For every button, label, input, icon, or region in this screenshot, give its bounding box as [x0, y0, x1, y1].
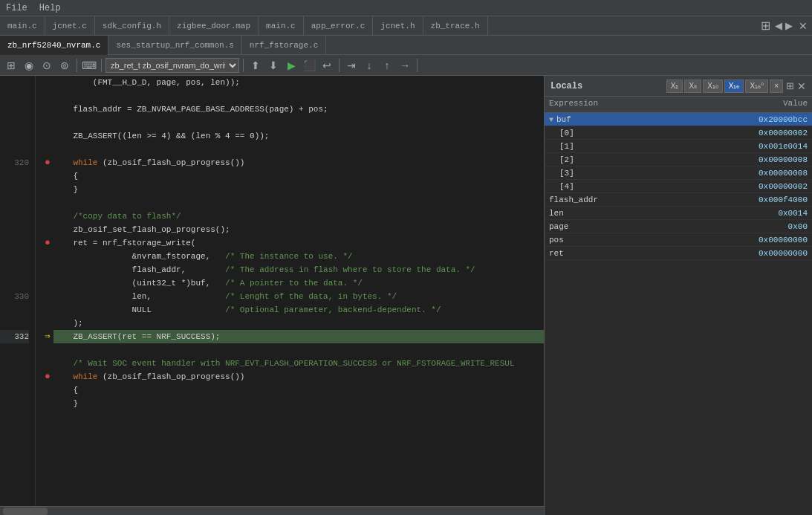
- stop-btn[interactable]: ⬛: [301, 57, 317, 74]
- tab-ses-startup[interactable]: ses_startup_nrf_common.s: [108, 36, 241, 55]
- code-toolbar: ⊞ ◉ ⊙ ⊚ ⌨ zb_ret_t zb_osif_nvram_do_writ…: [0, 55, 812, 76]
- tab-main-c-2[interactable]: main.c: [259, 16, 304, 36]
- menu-bar: File Help: [0, 0, 812, 16]
- tab-app-error[interactable]: app_error.c: [304, 16, 374, 36]
- code-editor: 320 330 332: [0, 76, 545, 515]
- locals-maximize[interactable]: ⊞: [785, 79, 796, 93]
- function-select[interactable]: zb_ret_t zb_osif_nvram_do_write(u: [105, 58, 239, 73]
- toolbar-assembly-btn[interactable]: ⌨: [81, 57, 97, 74]
- step-over-btn[interactable]: ⇥: [343, 57, 360, 74]
- local-row-len[interactable]: len 0x0014: [545, 207, 812, 220]
- code-line: while (zb_osif_flash_op_progress()): [53, 156, 544, 169]
- code-line: (uint32_t *)buf, /* A pointer to the dat…: [53, 276, 544, 290]
- line-num: [0, 116, 29, 129]
- code-scroll-area[interactable]: 320 330 332: [0, 76, 544, 506]
- col-value: Value: [723, 97, 812, 112]
- local-row-page[interactable]: page 0x00: [545, 220, 812, 233]
- line-num: [0, 76, 29, 89]
- local-val-ret: 0x00000000: [723, 248, 812, 259]
- format-x16-alt[interactable]: X₁₆°: [745, 80, 768, 93]
- line-num: [0, 303, 29, 317]
- toolbar-sep-2: [101, 59, 102, 72]
- code-line: len, /* Lenght of the data, in bytes. */: [53, 290, 544, 303]
- line-num: [0, 276, 29, 290]
- line-num: [0, 129, 29, 143]
- local-val-len: 0x0014: [723, 208, 812, 218]
- tab-jcnet-c[interactable]: jcnet.c: [45, 16, 95, 36]
- run-btn[interactable]: ▶: [283, 57, 299, 74]
- locals-close[interactable]: ✕: [797, 81, 806, 91]
- line-num: [0, 210, 29, 223]
- locals-table: ▼buf 0x20000bcc [0] 0x00000002 [1] 0x001…: [545, 113, 812, 515]
- local-row-buf-0[interactable]: [0] 0x00000002: [545, 126, 812, 140]
- format-x2[interactable]: X₂: [666, 80, 683, 93]
- bp-indicator-while2: ●: [42, 370, 53, 383]
- local-expr-buf-2: [2]: [545, 155, 723, 165]
- main-layout: 320 330 332: [0, 76, 812, 515]
- line-num: [0, 370, 29, 383]
- line-num: [0, 196, 29, 210]
- code-line: /*copy data to flash*/: [53, 210, 544, 223]
- local-expr-page: page: [545, 221, 723, 232]
- code-text-area[interactable]: (FMT__H_D_D, page, pos, len)); flash_add…: [53, 76, 544, 506]
- line-num: [0, 343, 29, 357]
- local-val-page: 0x00: [723, 221, 812, 232]
- tab-scroll-left[interactable]: ◀: [773, 19, 784, 33]
- toolbar-sep-3: [243, 59, 244, 72]
- tab-nvram-c[interactable]: zb_nrf52840_nvram.c: [0, 36, 108, 55]
- local-row-buf-2[interactable]: [2] 0x00000008: [545, 153, 812, 166]
- code-line: NULL /* Optional parameter, backend-depe…: [53, 303, 544, 317]
- tab-nrf-fstorage[interactable]: nrf_fstorage.c: [242, 36, 326, 55]
- code-line: [53, 116, 544, 129]
- local-row-flash-addr[interactable]: flash_addr 0x000f4000: [545, 193, 812, 207]
- local-row-buf-3[interactable]: [3] 0x00000008: [545, 166, 812, 180]
- code-line: zb_osif_set_flash_op_progress();: [53, 223, 544, 236]
- tab-scroll-right[interactable]: ▶: [784, 19, 794, 33]
- code-line: while (zb_osif_flash_op_progress()): [53, 370, 544, 383]
- tab-sdk-config[interactable]: sdk_config.h: [95, 16, 169, 36]
- toolbar-debug-btn4[interactable]: ⊚: [56, 57, 73, 74]
- horizontal-scrollbar[interactable]: [0, 506, 544, 515]
- menu-file[interactable]: File: [6, 3, 27, 13]
- bp-indicator-320: ●: [42, 156, 53, 169]
- toolbar-debug-btn2[interactable]: ◉: [21, 57, 37, 74]
- line-num: [0, 317, 29, 330]
- tab-jcnet-h[interactable]: jcnet.h: [373, 16, 423, 36]
- format-x16[interactable]: X₁₆: [724, 80, 744, 93]
- run-to-btn[interactable]: →: [397, 57, 413, 74]
- nav-forward-btn[interactable]: ⬇: [265, 57, 282, 74]
- line-num: [0, 263, 29, 276]
- code-line: {: [53, 383, 544, 397]
- step-into-btn[interactable]: ↓: [361, 57, 377, 74]
- nav-back-btn[interactable]: ⬆: [247, 57, 264, 74]
- toolbar-debug-btn3[interactable]: ⊙: [39, 57, 55, 74]
- tab-overflow-btn[interactable]: ⊞: [758, 19, 773, 33]
- code-line: (FMT__H_D_D, page, pos, len));: [53, 76, 544, 89]
- code-line: }: [53, 183, 544, 196]
- tab-zb-trace[interactable]: zb_trace.h: [423, 16, 488, 36]
- toolbar-sep-4: [339, 59, 340, 72]
- local-row-ret[interactable]: ret 0x00000000: [545, 247, 812, 260]
- code-lines: ● ● ⇒: [36, 76, 544, 506]
- locals-col-header: Expression Value: [545, 97, 812, 113]
- tab-bar-2: zb_nrf52840_nvram.c ses_startup_nrf_comm…: [0, 36, 812, 55]
- line-num: [0, 383, 29, 397]
- format-x10[interactable]: X₁₀: [703, 80, 723, 93]
- local-row-pos[interactable]: pos 0x00000000: [545, 233, 812, 247]
- local-row-buf[interactable]: ▼buf 0x20000bcc: [545, 113, 812, 126]
- step-out-btn[interactable]: ↑: [379, 57, 395, 74]
- locals-header: Locals X₂ X₈ X₁₀ X₁₆ X₁₆° × ⊞ ✕: [545, 76, 812, 97]
- line-num: [0, 169, 29, 183]
- tab-zigbee-door[interactable]: zigbee_door.map: [169, 16, 259, 36]
- format-x8[interactable]: X₈: [684, 80, 701, 93]
- menu-help[interactable]: Help: [39, 3, 61, 13]
- local-row-buf-4[interactable]: [4] 0x00000002: [545, 180, 812, 193]
- local-val-buf-2: 0x00000008: [723, 155, 812, 165]
- tab-bar-close[interactable]: ✕: [794, 21, 812, 31]
- format-x-close[interactable]: ×: [770, 80, 783, 93]
- reset-btn[interactable]: ↩: [319, 57, 335, 74]
- toolbar-debug-btn1[interactable]: ⊞: [3, 57, 19, 74]
- local-row-buf-1[interactable]: [1] 0x001e0014: [545, 140, 812, 153]
- tab-main-c-1[interactable]: main.c: [0, 16, 45, 36]
- line-num: [0, 183, 29, 196]
